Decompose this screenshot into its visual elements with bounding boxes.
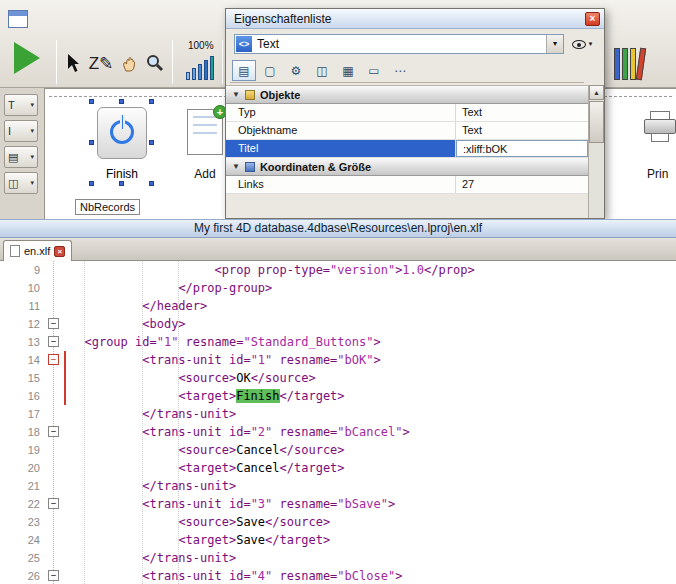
property-label[interactable]: Typ xyxy=(226,104,456,121)
combo-dropdown-icon[interactable]: ▾ xyxy=(546,35,563,53)
editor-tab-bar: en.xlf × xyxy=(0,238,676,261)
form-object-finish-button[interactable] xyxy=(97,107,147,159)
fold-marker-icon[interactable]: − xyxy=(48,336,59,347)
code-token: </trans-unit> xyxy=(142,479,236,493)
code-line-15[interactable]: 15 <source>OK</source> xyxy=(0,369,676,387)
code-line-12[interactable]: 12− <body> xyxy=(0,315,676,333)
code-line-21[interactable]: 21 </trans-unit> xyxy=(0,477,676,495)
section-header[interactable]: ▼Objekte xyxy=(226,86,588,104)
form-object-print-button[interactable] xyxy=(643,111,676,142)
fold-marker-icon[interactable]: − xyxy=(48,570,59,581)
selection-handle[interactable] xyxy=(89,99,94,104)
finish-button-label: Finish xyxy=(89,167,155,181)
tab-properties[interactable]: ▤ xyxy=(232,60,256,81)
property-value[interactable]: Text xyxy=(456,122,588,139)
visibility-menu-button[interactable]: ▾ xyxy=(566,34,598,54)
object-selector-combo[interactable]: <> Text ▾ xyxy=(234,34,564,54)
pencil-tool-icon[interactable]: Z✎ xyxy=(88,48,114,78)
run-icon[interactable] xyxy=(14,42,40,74)
selection-handle[interactable] xyxy=(149,181,154,186)
form-object-add-button[interactable]: + xyxy=(187,109,223,155)
property-label[interactable]: Links xyxy=(226,176,456,193)
zoom-tool-icon[interactable] xyxy=(142,48,168,78)
fold-marker-icon[interactable]: − xyxy=(48,426,59,437)
chevron-down-icon: ▾ xyxy=(30,127,34,135)
combobox-tool-button[interactable]: ◫▾ xyxy=(4,172,38,194)
tab-display[interactable]: ▭ xyxy=(362,60,386,81)
scrollbar-thumb[interactable] xyxy=(589,101,604,143)
code-line-13[interactable]: 13− <group id="1" resname="Standard_Butt… xyxy=(0,333,676,351)
code-token: Save xyxy=(236,515,265,529)
palette-scrollbar[interactable]: ▲ xyxy=(588,85,604,218)
tab-more[interactable]: ⋯ xyxy=(388,60,412,81)
code-text: </header> xyxy=(70,297,207,315)
tab-connections[interactable]: ◫ xyxy=(310,60,334,81)
input-tool-button[interactable]: I▾ xyxy=(4,120,38,142)
window-icon xyxy=(8,10,28,28)
property-list-palette: Eigenschaftenliste × <> Text ▾ ▾ ▤▢⚙◫▦▭⋯… xyxy=(225,8,605,219)
hand-tool-icon[interactable] xyxy=(116,48,142,78)
code-line-25[interactable]: 25 </trans-unit> xyxy=(0,549,676,567)
tab-chart[interactable]: ▦ xyxy=(336,60,360,81)
code-token: "1" xyxy=(251,353,273,367)
palette-titlebar[interactable]: Eigenschaftenliste × xyxy=(226,9,604,29)
code-line-17[interactable]: 17 </trans-unit> xyxy=(0,405,676,423)
library-icon[interactable] xyxy=(614,46,644,80)
code-text: <source>OK</source> xyxy=(70,369,316,387)
tab-en-xlf[interactable]: en.xlf × xyxy=(3,240,72,261)
property-row[interactable]: Titel:xliff:bOK xyxy=(226,140,588,158)
tab-close-icon[interactable]: × xyxy=(54,246,65,257)
form-object-nbrecords-field[interactable]: NbRecords xyxy=(75,199,140,215)
code-line-11[interactable]: 11 </header> xyxy=(0,297,676,315)
property-row[interactable]: ObjektnameText xyxy=(226,122,588,140)
property-value[interactable]: 27 xyxy=(456,176,588,193)
code-text: </trans-unit> xyxy=(70,405,236,423)
code-token: "bSave" xyxy=(337,497,388,511)
section-header[interactable]: ▼Koordinaten & Größe xyxy=(226,158,588,176)
property-row[interactable]: Links27 xyxy=(226,176,588,194)
code-line-26[interactable]: 26− <trans-unit id="4" resname="bClose"> xyxy=(0,567,676,584)
zoom-bar xyxy=(204,60,208,80)
tab-form[interactable]: ▢ xyxy=(258,60,282,81)
line-number: 17 xyxy=(0,405,40,423)
tab-settings[interactable]: ⚙ xyxy=(284,60,308,81)
palette-close-icon[interactable]: × xyxy=(585,12,600,26)
property-value[interactable]: Text xyxy=(456,104,588,121)
change-bar xyxy=(64,351,66,369)
code-area[interactable]: 9 <prop prop-type="version">1.0</prop>10… xyxy=(0,261,676,584)
property-label[interactable]: Titel xyxy=(226,140,456,157)
listbox-tool-button[interactable]: ▤▾ xyxy=(4,146,38,168)
selection-handle[interactable] xyxy=(119,181,124,186)
code-line-18[interactable]: 18− <trans-unit id="2" resname="bCancel"… xyxy=(0,423,676,441)
code-token: resname= xyxy=(272,425,337,439)
line-number: 12 xyxy=(0,315,40,333)
code-line-16[interactable]: 16 <target>Finish</target> xyxy=(0,387,676,405)
property-value[interactable]: :xliff:bOK xyxy=(456,140,588,157)
selection-handle[interactable] xyxy=(89,181,94,186)
zoom-bars-icon[interactable] xyxy=(186,56,214,80)
palette-tab-strip: ▤▢⚙◫▦▭⋯ xyxy=(230,59,584,83)
code-line-20[interactable]: 20 <target>Cancel</target> xyxy=(0,459,676,477)
code-line-14[interactable]: 14− <trans-unit id="1" resname="bOK"> xyxy=(0,351,676,369)
code-line-22[interactable]: 22− <trans-unit id="3" resname="bSave"> xyxy=(0,495,676,513)
property-label[interactable]: Objektname xyxy=(226,122,456,139)
code-line-19[interactable]: 19 <source>Cancel</source> xyxy=(0,441,676,459)
fold-marker-icon[interactable]: − xyxy=(48,498,59,509)
fold-marker-icon[interactable]: − xyxy=(48,354,59,365)
selection-handle[interactable] xyxy=(149,99,154,104)
selection-handle[interactable] xyxy=(149,140,154,145)
editor-window-titlebar[interactable]: My first 4D database.4dbase\Resources\en… xyxy=(0,219,676,238)
code-line-23[interactable]: 23 <source>Save</source> xyxy=(0,513,676,531)
selection-handle[interactable] xyxy=(119,99,124,104)
fold-marker-icon[interactable]: − xyxy=(48,318,59,329)
cursor-tool-icon[interactable] xyxy=(60,48,86,78)
code-token: > xyxy=(373,353,380,367)
code-line-9[interactable]: 9 <prop prop-type="version">1.0</prop> xyxy=(0,261,676,279)
code-line-24[interactable]: 24 <target>Save</target> xyxy=(0,531,676,549)
palette-body: <> Text ▾ ▾ ▤▢⚙◫▦▭⋯ ▼ObjekteTypTextObjek… xyxy=(226,29,604,218)
property-row[interactable]: TypText xyxy=(226,104,588,122)
code-line-10[interactable]: 10 </prop-group> xyxy=(0,279,676,297)
scroll-up-icon[interactable]: ▲ xyxy=(589,85,604,100)
selection-handle[interactable] xyxy=(89,140,94,145)
text-tool-button[interactable]: T▾ xyxy=(4,94,38,116)
